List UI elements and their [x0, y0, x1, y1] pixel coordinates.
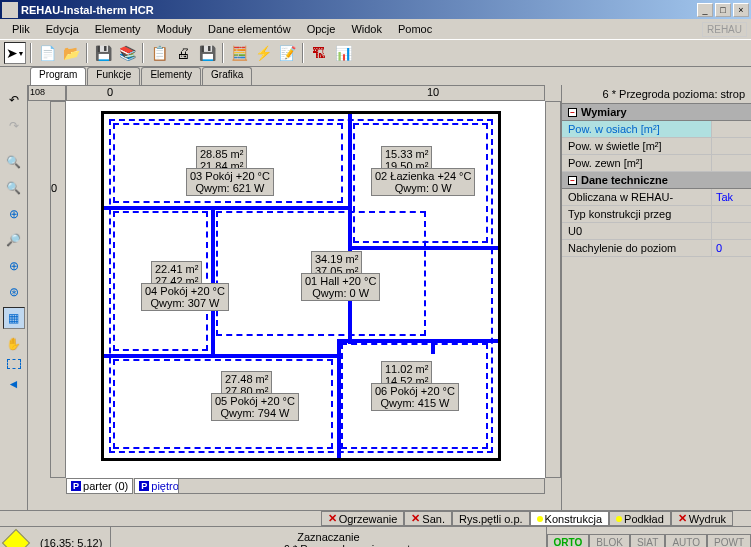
menubar: Plik Edycja Elementy Moduły Dane element… [0, 19, 751, 39]
warning-icon [2, 528, 30, 547]
window-title: REHAU-Instal-therm HCR [21, 4, 695, 16]
zoom-fit-icon[interactable]: ⊕ [3, 203, 25, 225]
section-wymiary[interactable]: −Wymiary [562, 104, 751, 121]
canvas-area: 108 0 10 0 [28, 85, 561, 510]
floor-tab-parter[interactable]: Pparter (0) [66, 478, 133, 494]
menu-opcje[interactable]: Opcje [299, 21, 344, 37]
property-value[interactable]: Tak [711, 189, 751, 205]
menu-pomoc[interactable]: Pomoc [390, 21, 440, 37]
tool-b-icon[interactable]: 📊 [332, 42, 354, 64]
room-info: 05 Pokój +20 °CQwym: 794 W [211, 393, 299, 421]
property-value[interactable] [711, 223, 751, 239]
property-value[interactable] [711, 138, 751, 154]
pan-icon[interactable]: ✋ [3, 333, 25, 355]
layer-tab[interactable]: ✕Ogrzewanie [321, 511, 405, 526]
tab-elementy[interactable]: Elementy [141, 67, 201, 85]
layer-tabs: ✕Ogrzewanie✕San.Rys.pętli o.p.Konstrukcj… [0, 510, 751, 526]
scrollbar-vertical[interactable] [545, 101, 561, 478]
room-info: 03 Pokój +20 °CQwym: 621 W [186, 168, 274, 196]
property-row[interactable]: Pow. zewn [m²] [562, 155, 751, 172]
grid-view-icon[interactable]: ▦ [3, 307, 25, 329]
property-label: Typ konstrukcji przeg [562, 206, 711, 222]
layer-tab[interactable]: ✕Wydruk [671, 511, 733, 526]
pointer-tool[interactable]: ➤▼ [4, 42, 26, 64]
main-toolbar: ➤▼ 📄 📂 💾 📚 📋 🖨 💾 🧮 ⚡ 📝 🏗 📊 [0, 39, 751, 67]
room-info: 02 Łazienka +24 °CQwym: 0 W [371, 168, 475, 196]
zoom-in-icon[interactable]: 🔍 [3, 151, 25, 173]
layer-tab[interactable]: Rys.pętli o.p. [452, 511, 530, 526]
save-icon[interactable]: 💾 [92, 42, 114, 64]
tab-program[interactable]: Program [30, 67, 86, 85]
property-label: Pow. w świetle [m²] [562, 138, 711, 154]
brand-logo: REHAU [702, 22, 747, 37]
property-row[interactable]: Pow. w świetle [m²] [562, 138, 751, 155]
tab-funkcje[interactable]: Funkcje [87, 67, 140, 85]
property-value[interactable]: 0 [711, 240, 751, 256]
copy-icon[interactable]: 📋 [148, 42, 170, 64]
mode-tab[interactable]: ORTO [547, 534, 590, 547]
menu-elementy[interactable]: Elementy [87, 21, 149, 37]
tab-grafika[interactable]: Grafika [202, 67, 252, 85]
layer-tab[interactable]: ✕San. [404, 511, 452, 526]
property-row[interactable]: Pow. w osiach [m²] [562, 121, 751, 138]
minimize-button[interactable]: _ [697, 3, 713, 17]
menu-moduly[interactable]: Moduły [149, 21, 200, 37]
properties-panel: 6 * Przegroda pozioma: strop −Wymiary Po… [561, 85, 751, 510]
scrollbar-horizontal[interactable] [178, 478, 545, 494]
layer-tab[interactable]: Podkład [609, 511, 671, 526]
property-label: Pow. zewn [m²] [562, 155, 711, 171]
ruler-vertical: 0 [50, 101, 66, 478]
property-label: U0 [562, 223, 711, 239]
room-info: 01 Hall +20 °CQwym: 0 W [301, 273, 380, 301]
statusbar: (16,35; 5,12) Zaznaczanie znaczone: 6 * … [0, 526, 751, 547]
zoom-plus-icon[interactable]: ⊕ [3, 255, 25, 277]
property-value[interactable] [711, 206, 751, 222]
property-label: Nachylenie do poziom [562, 240, 711, 256]
status-coords: (16,35; 5,12) [32, 527, 111, 547]
zoom-region-icon[interactable]: 🔎 [3, 229, 25, 251]
panel-title: 6 * Przegroda pozioma: strop [562, 85, 751, 104]
section-dane[interactable]: −Dane techniczne [562, 172, 751, 189]
menu-plik[interactable]: Plik [4, 21, 38, 37]
bolt-icon[interactable]: ⚡ [252, 42, 274, 64]
calc-icon[interactable]: 🧮 [228, 42, 250, 64]
view-tabs: Program Funkcje Elementy Grafika [0, 67, 751, 85]
property-value[interactable] [711, 155, 751, 171]
save-all-icon[interactable]: 📚 [116, 42, 138, 64]
property-row[interactable]: Nachylenie do poziom0 [562, 240, 751, 257]
app-icon [2, 2, 18, 18]
layer-tab[interactable]: Konstrukcja [530, 511, 609, 526]
zoom-out-icon[interactable]: 🔍 [3, 177, 25, 199]
property-row[interactable]: Obliczana w REHAU-Tak [562, 189, 751, 206]
undo-icon[interactable]: ↶ [3, 89, 25, 111]
menu-edycja[interactable]: Edycja [38, 21, 87, 37]
mode-tab[interactable]: POWT [707, 534, 751, 547]
select-rect-icon[interactable] [7, 359, 21, 369]
room-info: 04 Pokój +20 °CQwym: 307 W [141, 283, 229, 311]
property-label: Pow. w osiach [m²] [562, 121, 711, 137]
room-info: 06 Pokój +20 °CQwym: 415 W [371, 383, 459, 411]
titlebar: REHAU-Instal-therm HCR _ □ × [0, 0, 751, 19]
new-icon[interactable]: 📄 [36, 42, 58, 64]
property-row[interactable]: U0 [562, 223, 751, 240]
mode-tab[interactable]: BLOK [589, 534, 630, 547]
drawing-canvas[interactable]: 28.85 m²21.84 m²03 Pokój +20 °CQwym: 621… [66, 101, 545, 478]
print-icon[interactable]: 🖨 [172, 42, 194, 64]
export-icon[interactable]: 💾 [196, 42, 218, 64]
ruler-horizontal: 0 10 [66, 85, 545, 101]
menu-dane[interactable]: Dane elementów [200, 21, 299, 37]
mode-tab[interactable]: SIAT [630, 534, 665, 547]
maximize-button[interactable]: □ [715, 3, 731, 17]
open-icon[interactable]: 📂 [60, 42, 82, 64]
nav-left-icon[interactable]: ◄ [3, 373, 25, 395]
menu-widok[interactable]: Widok [343, 21, 390, 37]
redo-icon[interactable]: ↷ [3, 115, 25, 137]
sheet-icon[interactable]: 📝 [276, 42, 298, 64]
ruler-corner: 108 [28, 85, 66, 101]
zoom-target-icon[interactable]: ⊛ [3, 281, 25, 303]
property-row[interactable]: Typ konstrukcji przeg [562, 206, 751, 223]
tool-a-icon[interactable]: 🏗 [308, 42, 330, 64]
property-value[interactable] [711, 121, 751, 137]
mode-tab[interactable]: AUTO [665, 534, 707, 547]
close-button[interactable]: × [733, 3, 749, 17]
